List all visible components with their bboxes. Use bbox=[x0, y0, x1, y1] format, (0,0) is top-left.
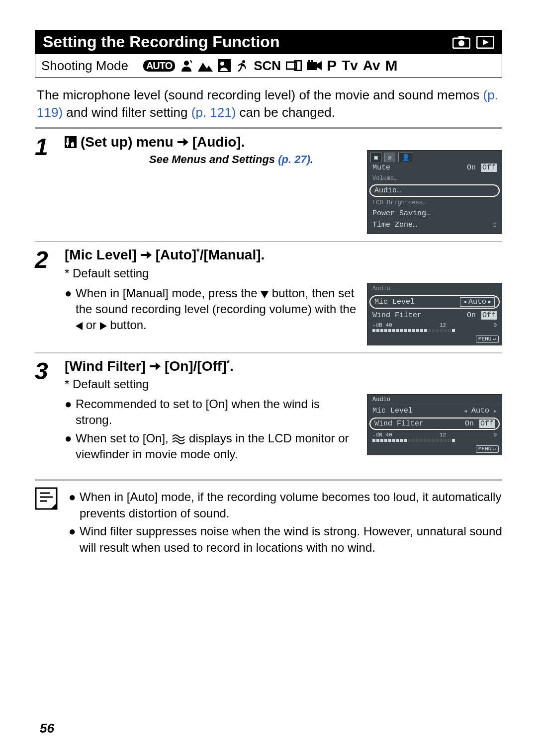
mode-m-icon: M bbox=[385, 57, 398, 74]
lcd-mic-level-value: Auto bbox=[468, 298, 486, 306]
lcd-tab-tools-icon: ⚒ bbox=[384, 153, 395, 162]
lcd-menu-badge: MENU↩ bbox=[476, 445, 499, 453]
lcd-tab-camera-icon: ▣ bbox=[370, 153, 381, 162]
mode-scn-icon: SCN bbox=[254, 58, 281, 74]
svg-rect-19 bbox=[67, 145, 68, 147]
wind-filter-icon bbox=[172, 433, 185, 444]
lcd-screenshot-wind-filter: Audio Mic Level◀ Auto ▶ Wind FilterOn Of… bbox=[367, 394, 502, 455]
lcd-meter-bar bbox=[372, 329, 497, 332]
lcd-wind-filter-label: Wind Filter bbox=[372, 311, 422, 320]
step-3: 3 [Wind Filter] [On]/[Off]*. * Default s… bbox=[35, 353, 502, 472]
step-3-number: 3 bbox=[35, 358, 65, 465]
mode-p-icon: P bbox=[327, 57, 337, 74]
lcd-time-zone-label: Time Zone… bbox=[372, 221, 417, 229]
step-1-subtitle-a: See Menus and Settings bbox=[149, 153, 278, 166]
lcd-mute-on: On bbox=[466, 164, 477, 172]
lcd-meter-bar bbox=[372, 439, 497, 442]
step-2-b1c: or bbox=[86, 318, 100, 332]
playback-icon bbox=[476, 36, 494, 49]
step-2-bullet-1: ● When in [Manual] mode, press the butto… bbox=[65, 285, 357, 334]
down-button-icon bbox=[261, 291, 268, 298]
step-1-title: (Set up) menu [Audio]. bbox=[65, 134, 502, 150]
svg-rect-12 bbox=[307, 62, 317, 70]
bullet-icon: ● bbox=[69, 489, 80, 521]
lcd-mute-off: Off bbox=[481, 164, 497, 172]
lcd-tab-person-icon: 👤 bbox=[398, 153, 413, 162]
page-ref-121[interactable]: (p. 121) bbox=[191, 105, 236, 120]
step-3-default-note: * Default setting bbox=[65, 377, 502, 391]
lcd-meter-m: 12 bbox=[440, 322, 446, 328]
arrow-right-icon bbox=[178, 137, 188, 147]
left-button-icon bbox=[76, 322, 83, 330]
step-3-bullet-2: ● When set to [On], displays in the LCD … bbox=[65, 430, 357, 463]
svg-point-8 bbox=[220, 62, 224, 66]
lcd-wf-off: Off bbox=[479, 420, 495, 428]
lcd-audio-header: Audio bbox=[372, 396, 390, 403]
mode-movie-icon bbox=[307, 60, 322, 71]
shooting-mode-label: Shooting Mode bbox=[41, 58, 128, 74]
step-2: 2 [Mic Level] [Auto]*/[Manual]. * Defaul… bbox=[35, 242, 502, 353]
lcd-meter-m: 12 bbox=[440, 432, 446, 438]
note-icon bbox=[35, 487, 60, 558]
step-2-title-a: [Mic Level] bbox=[65, 247, 137, 263]
footer-note-2: Wind filter suppresses noise when the wi… bbox=[80, 523, 502, 556]
lcd-meter-l: -dB 40 bbox=[372, 432, 392, 438]
lcd-audio-label: Audio… bbox=[374, 186, 401, 195]
step-2-b1d: button. bbox=[110, 318, 146, 332]
svg-rect-15 bbox=[311, 60, 313, 63]
intro-text-2: and wind filter setting bbox=[66, 105, 191, 120]
mode-auto-icon: AUTO bbox=[143, 60, 175, 72]
step-1-number: 1 bbox=[35, 134, 65, 234]
lcd-meter-l: -dB 40 bbox=[372, 322, 392, 328]
page-ref-27[interactable]: (p. 27) bbox=[278, 153, 310, 166]
svg-rect-20 bbox=[36, 488, 57, 509]
svg-marker-24 bbox=[51, 503, 57, 509]
lcd-mic-level-label: Mic Level bbox=[372, 407, 413, 415]
shooting-mode-row: Shooting Mode AUTO SCN P Tv Av M bbox=[35, 54, 502, 78]
lcd-power-saving-label: Power Saving… bbox=[372, 209, 431, 218]
mode-landscape-icon bbox=[198, 60, 213, 72]
lcd-mic-level-label: Mic Level bbox=[374, 298, 415, 306]
lcd-meter-r: 0 bbox=[493, 322, 497, 328]
svg-marker-13 bbox=[317, 61, 322, 70]
intro-text-3: can be changed. bbox=[240, 105, 335, 120]
lcd-meter-r: 0 bbox=[493, 432, 497, 438]
step-3-title-b: [On]/[Off]*. bbox=[165, 358, 234, 374]
mode-sports-icon bbox=[236, 59, 249, 72]
svg-point-5 bbox=[184, 61, 189, 66]
mode-tv-icon: Tv bbox=[342, 58, 358, 74]
lcd-wf-off: Off bbox=[481, 311, 497, 320]
step-3-b2a: When set to [On], bbox=[76, 431, 172, 445]
footer-bullet-2: ● Wind filter suppresses noise when the … bbox=[69, 523, 502, 556]
step-3-title: [Wind Filter] [On]/[Off]*. bbox=[65, 358, 502, 374]
mode-stitch-icon bbox=[286, 60, 302, 71]
lcd-screenshot-mic-level: Audio Mic Level◀Auto▶ Wind FilterOn Off … bbox=[367, 283, 502, 345]
step-1: 1 (Set up) menu [Audio]. See Menus and S… bbox=[35, 129, 502, 242]
lcd-audio-header: Audio bbox=[372, 285, 390, 292]
step-2-default-note: * Default setting bbox=[65, 266, 502, 280]
svg-marker-4 bbox=[483, 39, 489, 45]
lcd-brightness-label: LCD Brightness… bbox=[372, 199, 426, 206]
title-mode-icons bbox=[452, 36, 494, 49]
step-1-title-a: (Set up) menu bbox=[81, 134, 174, 150]
lcd-mute-label: Mute bbox=[372, 164, 390, 172]
section-title: Setting the Recording Function bbox=[43, 33, 279, 51]
home-icon: ⌂ bbox=[492, 221, 497, 229]
step-1-subtitle: See Menus and Settings (p. 27). bbox=[149, 153, 357, 166]
section-title-bar: Setting the Recording Function bbox=[35, 30, 502, 54]
bullet-icon: ● bbox=[65, 285, 76, 334]
footer-bullet-1: ● When in [Auto] mode, if the recording … bbox=[69, 489, 502, 521]
step-3-title-a: [Wind Filter] bbox=[65, 358, 146, 374]
bullet-icon: ● bbox=[69, 523, 80, 556]
svg-rect-16 bbox=[65, 136, 77, 148]
arrow-right-icon bbox=[150, 361, 161, 371]
page-number: 56 bbox=[40, 721, 54, 736]
lcd-screenshot-setup: ▣ ⚒ 👤 MuteOn Off Volume… Audio… LCD Brig… bbox=[367, 150, 502, 234]
step-3-bullet-1: ● Recommended to set to [On] when the wi… bbox=[65, 396, 357, 428]
lcd-wf-on: On bbox=[466, 311, 477, 320]
svg-point-9 bbox=[242, 60, 245, 63]
svg-point-2 bbox=[458, 40, 464, 46]
svg-rect-1 bbox=[458, 36, 464, 39]
camera-icon bbox=[452, 36, 470, 49]
lcd-volume-label: Volume… bbox=[372, 175, 397, 182]
